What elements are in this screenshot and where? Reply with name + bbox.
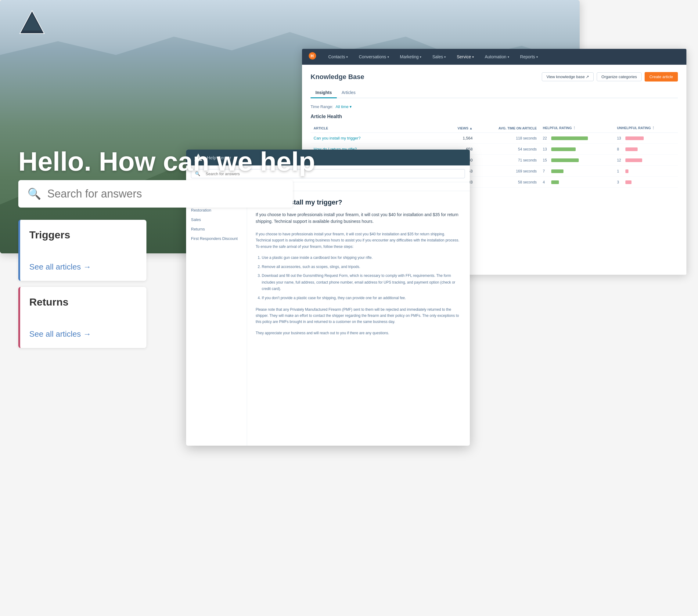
unhelpful-bar-0: 13 [617,136,675,140]
col-helpful: HELPFUL RATING ⋮ [540,124,614,133]
triggers-title: Triggers [29,229,137,241]
hs-header-actions: View knowledge base ↗ Organize categorie… [542,72,678,82]
helpful-bar-fill-0 [551,136,588,140]
article-body-para1: If you choose to have professionals inst… [256,231,461,250]
sidebar-item-first-responders[interactable]: First Responders Discount [191,234,242,243]
col-avg-time: AVG. TIME ON ARTICLE [476,124,540,133]
returns-card: Returns See all articles → [18,287,146,348]
helpful-bar-0: 22 [543,136,611,140]
article-step-1: Use a plastic gun case inside a cardboar… [262,255,461,261]
time-cell-4: 58 seconds [476,177,540,188]
helpful-bar-fill-2 [551,159,579,162]
nav-reports[interactable]: Reports▾ [518,53,540,60]
helpful-bar-1: 13 [543,147,611,151]
sidebar-cards-container: Triggers See all articles → Returns See … [18,220,146,348]
sidebar-item-sales[interactable]: Sales [191,215,242,224]
hero-heading: Hello. How can we help [18,146,315,177]
article-content: Can you install my trigger? If you choos… [247,191,470,446]
organize-categories-button[interactable]: Organize categories [597,72,641,81]
col-article: ARTICLE [310,124,445,133]
article-step-2: Remove all accessories, such as scopes, … [262,264,461,271]
hubspot-logo: H [308,52,317,62]
helpful-bar-fill-1 [551,148,576,151]
nav-service[interactable]: Service▾ [454,53,476,60]
tab-insights[interactable]: Insights [310,87,337,98]
view-kb-button[interactable]: View knowledge base ↗ [542,72,594,81]
triggers-card: Triggers See all articles → [18,220,146,281]
sidebar-item-returns[interactable]: Returns [191,224,242,234]
col-unhelpful: UNHELPFUL RATING ⋮ [614,124,678,133]
nav-marketing[interactable]: Marketing▾ [397,53,424,60]
helpful-bar-fill-4 [551,180,559,184]
returns-see-all-link[interactable]: See all articles → [29,329,137,339]
unhelpful-bar-3: 1 [617,169,675,173]
returns-title: Returns [29,296,137,308]
article-step-4: If you don't provide a plastic case for … [262,295,461,302]
helpful-bar-fill-3 [551,169,563,173]
helpful-bar-3: 7 [543,169,611,173]
col-views: VIEWS ▲ [445,124,476,133]
hero-search-bar[interactable]: 🔍 [18,180,293,208]
hero-search-input[interactable] [47,188,284,200]
table-row: Can you install my trigger? 1,564 118 se… [310,133,678,144]
nav-sales[interactable]: Sales▾ [430,53,448,60]
unhelpful-bar-2: 12 [617,158,675,162]
time-cell-1: 54 seconds [476,144,540,155]
time-cell-3: 169 seconds [476,166,540,177]
svg-text:H: H [310,53,313,58]
article-sidebar: Triggers Restoration Sales Returns First… [186,191,247,446]
triggers-see-all-link[interactable]: See all articles → [29,262,137,272]
article-body-para2: Please note that any Privately Manufactu… [256,306,461,325]
unhelpful-bar-fill-1 [625,148,638,151]
tab-articles[interactable]: Articles [337,87,361,98]
hs-page-title: Knowledge Base [310,73,364,81]
time-cell-2: 71 seconds [476,155,540,166]
article-steps-list: Use a plastic gun case inside a cardboar… [256,255,461,302]
hubspot-logo-icon: H [308,52,317,60]
hs-filter-row: Time Range: All time ▾ [310,105,678,109]
article-step-3: Download and fill out the Gunsmithing Re… [262,273,461,292]
filter-label: Time Range: [310,105,333,109]
hubspot-navbar: H Contacts▾ Conversations▾ Marketing▾ Sa… [302,49,686,65]
nav-contacts[interactable]: Contacts▾ [326,53,350,60]
article-body-para3: They appreciate your business and will r… [256,330,461,336]
article-main: Triggers Restoration Sales Returns First… [186,191,470,446]
time-cell-0: 118 seconds [476,133,540,144]
nav-conversations[interactable]: Conversations▾ [356,53,391,60]
article-health-title: Article Health [310,114,678,119]
hs-tabs: Insights Articles [310,87,678,98]
views-cell-0: 1,564 [445,133,476,144]
nav-automation[interactable]: Automation▾ [482,53,512,60]
helpful-bar-2: 15 [543,158,611,162]
filter-value[interactable]: All time ▾ [336,105,352,109]
helpful-bar-4: 4 [543,180,611,184]
unhelpful-bar-4: 3 [617,180,675,184]
company-logo [18,9,46,38]
unhelpful-bar-fill-2 [625,159,642,162]
article-link-0[interactable]: Can you install my trigger? [313,136,361,140]
unhelpful-bar-fill-0 [625,136,644,140]
unhelpful-bar-1: 8 [617,147,675,151]
create-article-button[interactable]: Create article [645,72,678,82]
unhelpful-bar-fill-4 [625,180,631,184]
unhelpful-bar-fill-3 [625,169,628,173]
logo-icon [18,9,46,37]
hs-page-header: Knowledge Base View knowledge base ↗ Org… [310,72,678,82]
article-intro: If you choose to have professionals inst… [256,211,461,225]
search-icon: 🔍 [27,188,41,200]
